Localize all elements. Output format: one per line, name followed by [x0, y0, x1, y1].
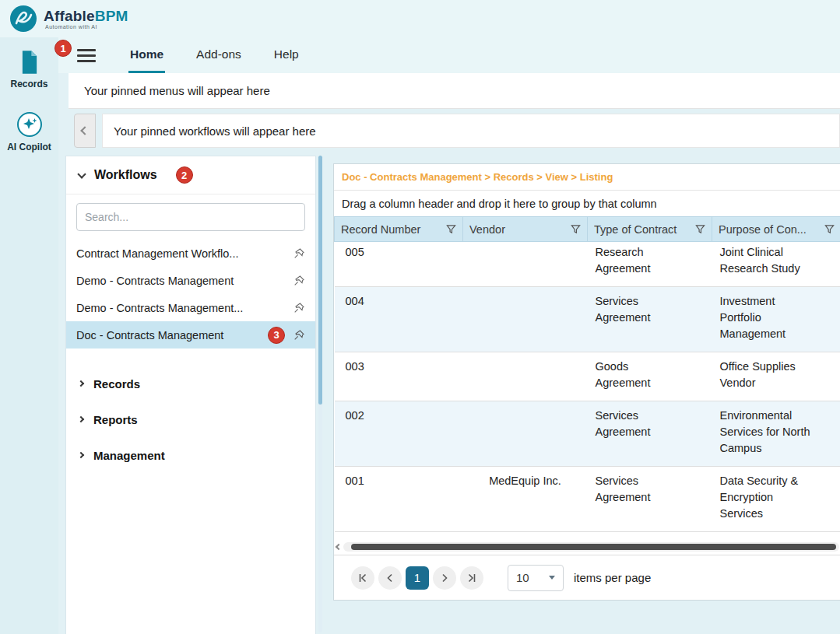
last-page-icon	[466, 573, 477, 583]
rail-copilot-label: AI Copilot	[7, 142, 51, 152]
ai-copilot-icon	[16, 111, 43, 138]
brand-name-primary: Affable	[44, 8, 95, 24]
brand-tagline: Automation with AI	[44, 24, 128, 30]
horizontal-scrollbar[interactable]	[336, 541, 839, 552]
records-listing-card: Doc - Contracts Management > Records > V…	[333, 163, 840, 601]
horizontal-scrollbar-track[interactable]	[343, 542, 839, 552]
cell-vendor: MedEquip Inc.	[463, 467, 588, 532]
chevron-left-icon	[80, 126, 89, 135]
workflow-search-input[interactable]	[76, 203, 305, 231]
last-page-button[interactable]	[460, 566, 483, 590]
brand[interactable]: AffableBPM Automation with AI	[9, 5, 128, 33]
chevron-right-icon	[78, 416, 84, 422]
sidebar-section-management[interactable]: Management	[66, 437, 315, 473]
annotation-badge-3: 3	[268, 327, 285, 344]
workflow-item[interactable]: Contract Management Workflo...	[66, 240, 315, 267]
workflow-item[interactable]: Demo - Contracts Management...	[66, 294, 315, 321]
scroll-left-icon[interactable]	[336, 543, 342, 549]
cell-record-number: 002	[335, 401, 463, 467]
pin-icon[interactable]	[293, 329, 305, 342]
pin-icon[interactable]	[293, 302, 305, 314]
column-header-purpose[interactable]: Purpose of Con...	[712, 217, 840, 242]
table-row[interactable]: 003 Goods Agreement Office Supplies Vend…	[335, 352, 840, 401]
workflow-list: Contract Management Workflo... Demo - Co…	[66, 240, 315, 349]
tab-help[interactable]: Help	[272, 37, 301, 73]
brand-text: AffableBPM Automation with AI	[44, 9, 128, 30]
table-row[interactable]: 001 MedEquip Inc. Services Agreement Dat…	[335, 467, 840, 532]
cell-purpose: Office Supplies Vendor	[712, 352, 840, 401]
cell-vendor	[463, 401, 588, 467]
filter-icon[interactable]	[571, 224, 581, 234]
sidebar-section-label: Management	[93, 449, 165, 462]
pinned-menus-text: Your pinned menus will appear here	[84, 84, 270, 97]
workflows-panel: Workflows 2 Contract Management Workflo.…	[65, 156, 316, 634]
workflows-title: Workflows	[94, 168, 157, 182]
sidebar-section-records[interactable]: Records	[66, 366, 315, 401]
brand-name-secondary: BPM	[95, 8, 128, 24]
cell-record-number: 004	[335, 287, 463, 352]
first-page-icon	[357, 573, 368, 583]
filter-icon[interactable]	[695, 224, 705, 234]
filter-icon[interactable]	[446, 224, 456, 234]
top-nav: Home Add-ons Help	[58, 37, 840, 73]
column-header-vendor[interactable]: Vendor	[463, 217, 588, 242]
workflow-item-label: Demo - Contracts Management	[76, 275, 234, 287]
menu-toggle-button[interactable]	[77, 37, 96, 73]
workflow-item-selected[interactable]: Doc - Contracts Management 3	[66, 321, 315, 349]
records-icon	[19, 50, 40, 75]
chevron-right-icon	[78, 380, 84, 387]
cell-purpose: Environmental Services for North Campus	[712, 401, 840, 467]
items-per-page-label: items per page	[574, 571, 651, 584]
cell-contract-type: Research Agreement	[588, 242, 712, 287]
tab-home[interactable]: Home	[128, 37, 165, 73]
tab-add-ons[interactable]: Add-ons	[195, 37, 243, 73]
workflow-item[interactable]: Demo - Contracts Management	[66, 267, 315, 294]
cell-contract-type: Services Agreement	[588, 401, 712, 467]
pinned-workflows-text: Your pinned workflows will appear here	[114, 124, 316, 138]
pagination-bar: 1 10 items per page	[334, 555, 840, 600]
table-row[interactable]: 002 Services Agreement Environmental Ser…	[335, 401, 840, 467]
table-row[interactable]: 004 Services Agreement Investment Portfo…	[335, 287, 840, 352]
page-number-button[interactable]: 1	[406, 566, 429, 590]
workflow-item-label: Contract Management Workflo...	[76, 247, 238, 260]
page-size-select[interactable]: 10	[508, 565, 564, 591]
previous-page-icon	[385, 573, 395, 583]
next-page-button[interactable]	[433, 566, 456, 590]
workflow-item-label: Demo - Contracts Management...	[76, 302, 243, 314]
pinned-workflows-bar: Your pinned workflows will appear here	[102, 114, 840, 148]
panel-scrollbar[interactable]	[318, 156, 322, 632]
sidebar-section-reports[interactable]: Reports	[66, 401, 315, 437]
column-header-record-number[interactable]: Record Number	[335, 217, 463, 242]
horizontal-scrollbar-thumb[interactable]	[351, 544, 836, 550]
sidebar-section-label: Records	[93, 377, 140, 391]
brand-logo-icon	[9, 5, 37, 33]
collapse-pinned-workflows-button[interactable]	[74, 114, 96, 148]
pin-icon[interactable]	[293, 247, 305, 260]
column-header-type-of-contract[interactable]: Type of Contract	[588, 217, 712, 242]
column-label: Purpose of Con...	[719, 223, 807, 236]
cell-vendor	[463, 242, 588, 287]
filter-icon[interactable]	[824, 224, 835, 234]
column-label: Vendor	[469, 223, 505, 236]
sidebar-section-label: Reports	[93, 413, 138, 426]
sidebar-sections: Records Reports Management	[66, 366, 315, 473]
pinned-menus-bar: Your pinned menus will appear here	[69, 73, 840, 109]
breadcrumb[interactable]: Doc - Contracts Management > Records > V…	[334, 164, 840, 191]
pin-icon[interactable]	[293, 275, 305, 287]
rail-item-ai-copilot[interactable]: AI Copilot	[0, 108, 58, 156]
table-row[interactable]: 005 Research Agreement Joint Clinical Re…	[335, 242, 840, 287]
cell-record-number: 001	[335, 467, 463, 532]
workflows-section-header[interactable]: Workflows 2	[66, 156, 315, 194]
chevron-down-icon	[77, 170, 86, 178]
rail-item-records[interactable]: Records	[0, 47, 58, 93]
workflow-item-label: Doc - Contracts Management	[76, 329, 223, 342]
column-label: Record Number	[341, 223, 420, 236]
cell-record-number: 003	[335, 352, 463, 401]
rail-records-label: Records	[10, 79, 47, 89]
first-page-button[interactable]	[351, 566, 374, 590]
chevron-right-icon	[78, 452, 84, 458]
cell-contract-type: Goods Agreement	[588, 352, 712, 401]
group-by-drop-area[interactable]: Drag a column header and drop it here to…	[334, 191, 840, 216]
panel-scrollbar-thumb[interactable]	[318, 156, 322, 405]
previous-page-button[interactable]	[378, 566, 402, 590]
